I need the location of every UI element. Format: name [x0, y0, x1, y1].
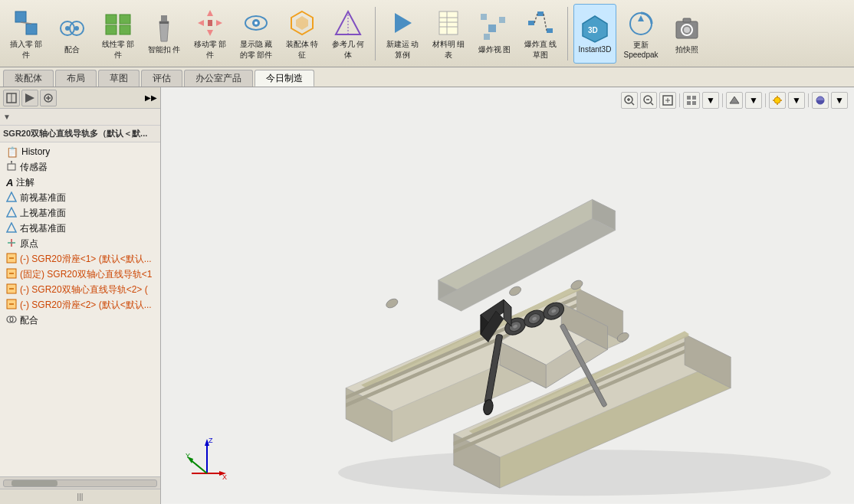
svg-rect-32	[488, 25, 496, 32]
svg-rect-18	[208, 20, 212, 26]
sidebar-bottom: |||	[0, 489, 160, 504]
svg-point-6	[74, 26, 79, 31]
svg-line-39	[534, 14, 537, 23]
hscroll-thumb[interactable]	[11, 480, 57, 486]
tree-item-front-plane[interactable]: 前视基准面	[0, 190, 160, 205]
sidebar-collapse-btn[interactable]: ▶▶	[145, 92, 157, 104]
vp-view-options[interactable]	[683, 92, 700, 109]
tab-assembly[interactable]: 装配体	[3, 70, 54, 87]
tab-layout[interactable]: 布局	[55, 70, 97, 87]
linear-part-label: 线性零 部件	[98, 39, 138, 61]
bom-icon	[433, 7, 464, 39]
toolbar-instant3d[interactable]: 3D Instant3D	[573, 4, 616, 64]
annotations-icon: A	[6, 177, 13, 188]
tree-item-slider2[interactable]: (-) SGR20滑座<2> (默认<默认...	[0, 297, 160, 313]
svg-rect-55	[8, 164, 15, 170]
vp-lighting-dropdown[interactable]: ▼	[788, 92, 805, 109]
tree-item-sensors[interactable]: 传感器	[0, 159, 160, 175]
3d-viewport[interactable]: ▼ ▼ ▼ ▼	[161, 87, 854, 504]
vp-zoom-out[interactable]	[640, 92, 657, 109]
speedpak-label: 更新 Speedpak	[621, 40, 661, 59]
tab-sketch[interactable]: 草图	[98, 70, 140, 87]
toolbar-mate[interactable]: 配合	[51, 4, 94, 64]
vp-sep-3	[765, 93, 766, 107]
svg-point-47	[684, 27, 690, 33]
svg-marker-16	[198, 20, 204, 26]
show-hide-label: 显示隐 藏的零 部件	[236, 39, 276, 61]
history-icon: 📋	[6, 146, 18, 158]
toolbar-insert-part[interactable]: 插入零 部件	[5, 4, 48, 64]
top-plane-icon	[6, 207, 17, 220]
filter-indicator: ▼	[3, 113, 11, 121]
toolbar-explode-line[interactable]: 爆炸直 线草图	[519, 4, 562, 64]
svg-line-40	[544, 14, 547, 31]
tree-item-history[interactable]: 📋 History	[0, 144, 160, 159]
svg-marker-12	[159, 21, 169, 41]
tree-item-rail2[interactable]: (-) SGR20双轴心直线导轨<2> (	[0, 282, 160, 297]
toolbar-speedpak[interactable]: 更新 Speedpak	[619, 4, 662, 64]
vp-view-dropdown[interactable]: ▼	[702, 92, 719, 109]
sidebar-btn-1[interactable]	[3, 90, 20, 106]
toolbar-snapshot[interactable]: 拍快照	[665, 4, 708, 64]
hscroll-track[interactable]	[3, 479, 157, 487]
svg-rect-10	[120, 25, 130, 34]
assembly-feature-label: 装配体 特征	[282, 39, 322, 61]
toolbar-linear-part[interactable]: 线性零 部件	[97, 4, 140, 64]
svg-rect-27	[439, 11, 458, 34]
svg-point-57	[11, 161, 12, 162]
right-plane-icon	[6, 222, 17, 235]
svg-text:3D: 3D	[588, 26, 598, 34]
sidebar-scrollbar[interactable]	[0, 476, 160, 489]
svg-marker-23	[296, 16, 308, 30]
vp-display-dropdown[interactable]: ▼	[745, 92, 762, 109]
tree-item-top-plane[interactable]: 上视基准面	[0, 205, 160, 221]
feature-tree[interactable]: 📋 History 传感器 A 注解 前视基准面	[0, 142, 160, 476]
model-area[interactable]: Z X Y	[161, 87, 854, 504]
tab-office[interactable]: 办公室产品	[184, 70, 253, 87]
sidebar-btn-2[interactable]	[21, 90, 38, 106]
tree-item-rail1[interactable]: (固定) SGR20双轴心直线导轨<1	[0, 267, 160, 282]
vp-section-dropdown[interactable]: ▼	[831, 92, 848, 109]
toolbar-reference-geometry[interactable]: 参考几 何体	[327, 4, 370, 64]
toolbar-assembly-feature[interactable]: 装配体 特征	[281, 4, 324, 64]
toolbar-explode-view[interactable]: 爆炸视 图	[473, 4, 516, 64]
explode-view-icon	[479, 12, 510, 44]
sidebar-btn-3[interactable]	[40, 90, 57, 106]
vp-lighting[interactable]	[769, 92, 786, 109]
toolbar-new-motion[interactable]: 新建运 动算例	[381, 4, 424, 64]
toolbar-bom[interactable]: 材料明 细表	[427, 4, 470, 64]
vp-zoom-fit[interactable]	[659, 92, 676, 109]
vp-display-style[interactable]	[726, 92, 743, 109]
toolbar-show-hide[interactable]: 显示隐 藏的零 部件	[235, 4, 278, 64]
tab-bar: 装配体 布局 草图 评估 办公室产品 今日制造	[0, 67, 854, 87]
slider2-icon	[6, 299, 17, 312]
vp-sep-4	[808, 93, 809, 107]
front-plane-icon	[6, 191, 17, 205]
vp-zoom-in[interactable]	[621, 92, 638, 109]
main-toolbar: 插入零 部件 配合 线性零 部件 智能扣 件 移动零 部件 显示隐 藏的零 部件	[0, 0, 854, 67]
svg-marker-88	[730, 97, 739, 103]
tree-item-origin[interactable]: 原点	[0, 236, 160, 251]
bom-label: 材料明 细表	[429, 39, 468, 61]
tab-manufacture[interactable]: 今日制造	[255, 70, 314, 87]
svg-rect-84	[687, 96, 691, 100]
toolbar-smart-fastener[interactable]: 智能扣 件	[143, 4, 186, 64]
vp-section[interactable]	[812, 92, 829, 109]
toolbar-divider-2	[567, 7, 568, 61]
model-svg	[161, 87, 854, 504]
tree-item-slider1[interactable]: (-) SGR20滑座<1> (默认<默认...	[0, 251, 160, 267]
instant3d-label: Instant3D	[579, 45, 612, 54]
tree-item-annotations[interactable]: A 注解	[0, 175, 160, 190]
tree-item-mates[interactable]: 配合	[0, 313, 160, 328]
svg-point-89	[774, 97, 780, 103]
explode-line-icon	[525, 7, 556, 39]
tree-header: SGR20双轴心直线导轨多（默认＜默...	[0, 126, 160, 142]
svg-marker-17	[216, 20, 222, 26]
reference-geometry-label: 参考几 何体	[328, 39, 368, 61]
svg-marker-44	[638, 15, 644, 21]
tab-evaluate[interactable]: 评估	[141, 70, 182, 87]
svg-marker-26	[395, 13, 412, 33]
toolbar-move-part[interactable]: 移动零 部件	[189, 4, 232, 64]
svg-line-80	[651, 103, 653, 105]
tree-item-right-plane[interactable]: 右视基准面	[0, 221, 160, 236]
